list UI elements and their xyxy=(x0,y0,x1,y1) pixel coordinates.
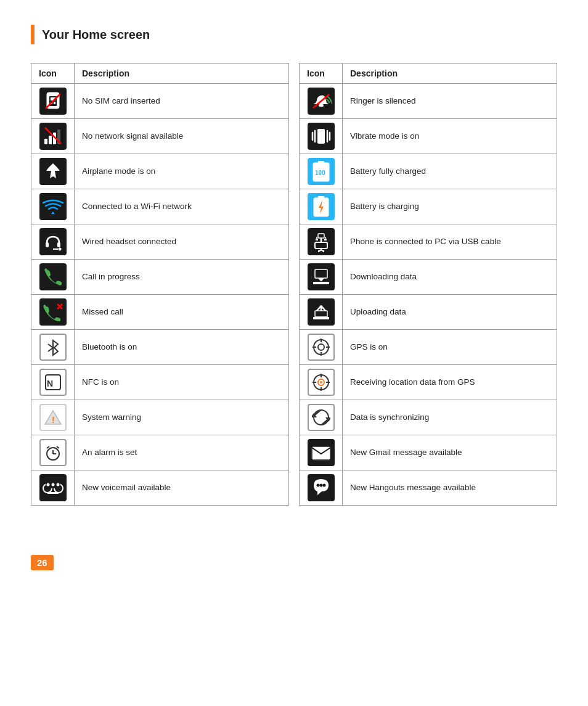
icon-cell xyxy=(31,119,75,154)
svg-rect-51 xyxy=(316,239,318,240)
table-row: GPS is on xyxy=(300,330,557,365)
table-row: Call in progress xyxy=(31,260,289,295)
svg-rect-6 xyxy=(44,139,47,144)
desc-cell: No SIM card inserted xyxy=(75,84,289,119)
svg-text:!: ! xyxy=(52,415,55,425)
svg-point-31 xyxy=(46,483,49,486)
right-table-desc-header: Description xyxy=(343,64,557,84)
icon-cell xyxy=(31,330,75,365)
right-table-icon-header: Icon xyxy=(300,64,343,84)
table-row: No network signal available xyxy=(31,119,289,154)
svg-point-58 xyxy=(318,344,324,350)
svg-rect-42 xyxy=(318,161,324,163)
svg-rect-54 xyxy=(315,269,327,278)
svg-rect-12 xyxy=(57,242,60,247)
table-row: New voicemail available xyxy=(31,470,289,506)
svg-rect-52 xyxy=(324,239,327,240)
icon-cell xyxy=(31,84,75,119)
table-row: New Hangouts message available xyxy=(300,470,557,506)
icon-cell xyxy=(31,435,75,470)
left-table-desc-header: Description xyxy=(75,64,289,84)
icon-cell xyxy=(300,119,343,154)
desc-cell: New Gmail message available xyxy=(343,435,557,470)
table-row: Receiving location data from GPS xyxy=(300,365,557,400)
table-row: N NFC is on xyxy=(31,365,289,400)
table-row: An alarm is set xyxy=(31,435,289,470)
svg-point-73 xyxy=(319,484,322,487)
desc-cell: Uploading data xyxy=(343,295,557,330)
desc-cell: Battery fully charged xyxy=(343,154,557,189)
desc-cell: Airplane mode is on xyxy=(75,154,289,189)
svg-line-18 xyxy=(48,348,53,351)
desc-cell: New voicemail available xyxy=(75,470,289,506)
svg-line-25 xyxy=(47,446,49,448)
svg-line-17 xyxy=(48,344,53,348)
svg-rect-47 xyxy=(315,242,327,248)
page-title: Your Home screen xyxy=(42,28,150,42)
svg-point-74 xyxy=(322,484,325,487)
table-row: Missed call xyxy=(31,295,289,330)
table-row: ! System warning xyxy=(31,400,289,435)
icon-cell xyxy=(31,154,75,189)
svg-point-65 xyxy=(320,381,322,384)
table-row: Battery is charging xyxy=(300,189,557,224)
desc-cell: Connected to a Wi-Fi network xyxy=(75,189,289,224)
icon-cell xyxy=(31,224,75,260)
icon-cell xyxy=(300,400,343,435)
table-row: Wired headset connected xyxy=(31,224,289,260)
table-row: No SIM card inserted xyxy=(31,84,289,119)
svg-rect-56 xyxy=(315,311,327,317)
icon-cell xyxy=(300,435,343,470)
icon-cell xyxy=(300,330,343,365)
icon-cell xyxy=(300,295,343,330)
desc-cell: Data is synchronizing xyxy=(343,400,557,435)
tables-container: Icon Description No SIM card inserted xyxy=(31,63,557,506)
icon-cell xyxy=(31,470,75,506)
svg-point-33 xyxy=(56,483,59,486)
icon-cell: N xyxy=(31,365,75,400)
desc-cell: Wired headset connected xyxy=(75,224,289,260)
svg-line-26 xyxy=(57,446,59,448)
icon-cell xyxy=(31,295,75,330)
left-table: Icon Description No SIM card inserted xyxy=(31,63,289,506)
desc-cell: Receiving location data from GPS xyxy=(343,365,557,400)
table-row: Data is synchronizing xyxy=(300,400,557,435)
desc-cell: An alarm is set xyxy=(75,435,289,470)
svg-point-32 xyxy=(51,483,54,486)
desc-cell: Phone is connected to PC via USB cable xyxy=(343,224,557,260)
left-table-icon-header: Icon xyxy=(31,64,75,84)
page-header: Your Home screen xyxy=(31,25,557,44)
svg-rect-4 xyxy=(54,102,55,104)
icon-cell xyxy=(300,470,343,506)
icon-cell: 100 xyxy=(300,154,343,189)
svg-point-72 xyxy=(316,484,319,487)
right-table: Icon Description Ringer is silenced xyxy=(299,63,557,506)
svg-rect-29 xyxy=(47,492,59,494)
icon-cell: ! xyxy=(31,400,75,435)
svg-rect-36 xyxy=(317,129,325,144)
icon-cell xyxy=(31,260,75,295)
icon-cell xyxy=(300,189,343,224)
desc-cell: No network signal available xyxy=(75,119,289,154)
svg-point-14 xyxy=(58,248,61,251)
icon-cell xyxy=(31,189,75,224)
desc-cell: Downloading data xyxy=(343,260,557,295)
desc-cell: Vibrate mode is on xyxy=(343,119,557,154)
table-row: Downloading data xyxy=(300,260,557,295)
icon-cell xyxy=(300,365,343,400)
desc-cell: NFC is on xyxy=(75,365,289,400)
svg-rect-45 xyxy=(318,196,324,199)
desc-cell: Call in progress xyxy=(75,260,289,295)
desc-cell: Battery is charging xyxy=(343,189,557,224)
desc-cell: Ringer is silenced xyxy=(343,84,557,119)
table-row: 100 Battery fully charged xyxy=(300,154,557,189)
table-row: Ringer is silenced xyxy=(300,84,557,119)
svg-rect-34 xyxy=(319,104,324,107)
page-number: 26 xyxy=(31,555,54,570)
table-row: Uploading data xyxy=(300,295,557,330)
icon-cell xyxy=(300,224,343,260)
icon-cell xyxy=(300,260,343,295)
svg-text:N: N xyxy=(47,379,53,388)
page-number-area: 26 xyxy=(31,530,557,570)
table-row: Vibrate mode is on xyxy=(300,119,557,154)
